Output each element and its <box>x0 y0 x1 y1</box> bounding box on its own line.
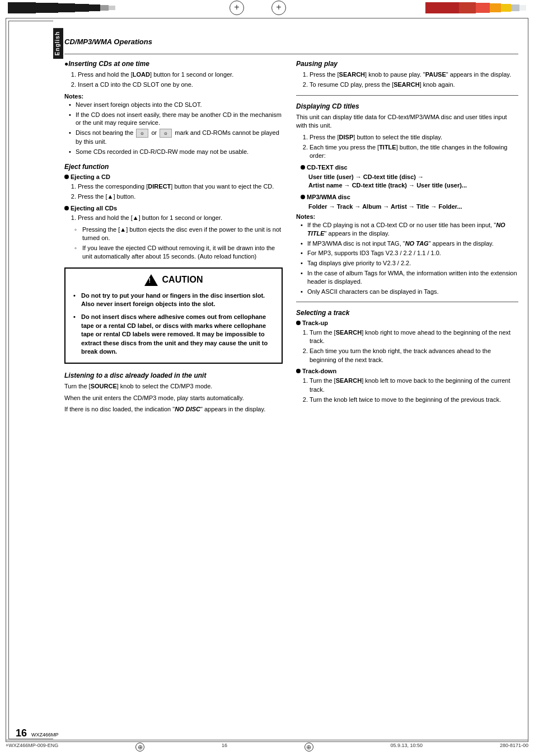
displaying-note-3: For MP3, supports ID3 Tags V2.3 / 2.2 / … <box>301 249 518 257</box>
track-down-step-2: Turn the knob left twice to move to the … <box>310 396 518 404</box>
inserting-note-1: Never insert foreign objects into the CD… <box>69 101 283 109</box>
displaying-steps: Press the [DISP] button to select the ti… <box>303 133 518 161</box>
mp3-disc-header: MP3/WMA disc <box>301 194 518 200</box>
ejecting-all-steps: Press and hold the [▲] button for 1 seco… <box>71 214 283 222</box>
inserting-section-title: ●Inserting CDs at one time <box>64 60 283 68</box>
mp3-order: Folder → Track → Album → Artist → Title … <box>308 203 518 211</box>
eject-section-title: Eject function <box>64 163 283 171</box>
cd-text-order: User title (user) → CD-text title (disc)… <box>308 173 518 190</box>
pausing-steps: Press the [SEARCH] knob to pause play. "… <box>303 71 518 90</box>
caution-item-1: Do not try to put your hand or fingers i… <box>73 292 274 309</box>
inserting-note-4: Some CDs recorded in CD-R/CD-RW mode may… <box>69 148 283 156</box>
selecting-section-title: Selecting a track <box>296 309 518 317</box>
ejecting-all-step-1: Press and hold the [▲] button for 1 seco… <box>78 214 283 222</box>
page-number-area: 16 WXZ466MP <box>16 727 59 739</box>
listening-para-3: If there is no disc loaded, the indicati… <box>64 405 283 414</box>
pausing-step-2: To resume CD play, press the [SEARCH] kn… <box>310 81 518 89</box>
displaying-note-5: In the case of album Tags for WMA, the i… <box>301 269 518 286</box>
page-number: 16 <box>16 727 27 739</box>
model-number: WXZ466MP <box>31 732 59 738</box>
track-up-step-1: Turn the [SEARCH] knob right to move ahe… <box>310 328 518 346</box>
caution-list: Do not try to put your hand or fingers i… <box>73 292 274 356</box>
footer-center-num: 16 <box>222 743 227 752</box>
crosshair-left <box>229 1 244 15</box>
bullet-dot-4 <box>301 195 305 199</box>
displaying-intro: This unit can display title data for CD-… <box>296 113 518 130</box>
bullet-dot <box>64 175 69 179</box>
ejecting-cd-header: Ejecting a CD <box>64 173 283 180</box>
footer-crosshair-right: ⊕ <box>305 743 313 752</box>
caution-triangle-icon <box>144 274 158 286</box>
displaying-section-title: Displaying CD titles <box>296 102 518 110</box>
ejecting-all-header: Ejecting all CDs <box>64 205 283 212</box>
displaying-note-1: If the CD playing is not a CD-text CD or… <box>301 221 518 238</box>
listening-para-1: Turn the [SOURCE] knob to select the CD/… <box>64 382 283 391</box>
ejecting-subnote-2: If you leave the ejected CD without remo… <box>74 244 283 261</box>
bullet-dot-6 <box>296 369 301 373</box>
bullet-dot-2 <box>64 206 69 210</box>
bullet-dot-5 <box>296 321 301 325</box>
top-bar <box>0 0 534 16</box>
top-bar-right <box>267 0 534 16</box>
inserting-note-3: Discs not bearing the ⊙ or ⊙ mark and CD… <box>69 129 283 146</box>
displaying-step-2: Each time you press the [TITLE] button, … <box>310 143 518 161</box>
displaying-notes-label: Notes: <box>296 213 518 220</box>
pausing-section-title: Pausing play <box>296 60 518 68</box>
ejecting-subnote-1: Pressing the [▲] button ejects the disc … <box>74 226 283 242</box>
cd-text-disc-header: CD-TEXT disc <box>301 164 518 171</box>
footer-date: 05.9.13, 10:50 <box>391 743 423 752</box>
ejecting-all-subnotes: Pressing the [▲] button ejects the disc … <box>74 226 283 260</box>
bullet-dot-3 <box>301 165 305 170</box>
track-up-step-2: Each time you turn the knob right, the t… <box>310 347 518 364</box>
left-column: ●Inserting CDs at one time Press and hol… <box>64 60 283 417</box>
displaying-notes: If the CD playing is not a CD-text CD or… <box>301 221 518 296</box>
displaying-note-2: If MP3/WMA disc is not input TAG, "NO TA… <box>301 240 518 248</box>
right-column: Pausing play Press the [SEARCH] knob to … <box>296 60 518 417</box>
top-bar-left <box>0 0 267 16</box>
track-up-header: Track-up <box>296 320 518 326</box>
inserting-steps: Press and hold the [LOAD] button for 1 s… <box>71 71 283 90</box>
footer-info: +WXZ466MP-009-ENG ⊕ 16 ⊕ 05.9.13, 10:50 … <box>6 743 528 752</box>
listening-section-title: Listening to a disc already loaded in th… <box>64 372 283 379</box>
page-title: CD/MP3/WMA Operations <box>64 37 518 46</box>
crosshair-right <box>271 1 286 15</box>
footer-part: 280-8171-00 <box>500 743 528 752</box>
inserting-notes: Never insert foreign objects into the CD… <box>69 101 283 156</box>
pausing-step-1: Press the [SEARCH] knob to pause play. "… <box>310 71 518 79</box>
disc-icon-1: ⊙ <box>136 129 148 138</box>
inserting-step-1: Press and hold the [LOAD] button for 1 s… <box>78 71 283 79</box>
ejecting-cd-step-1: Press the corresponding [DIRECT] button … <box>78 182 283 191</box>
caution-item-2: Do not insert discs where adhesive comes… <box>73 313 274 356</box>
caution-box: CAUTION Do not try to put your hand or f… <box>64 267 283 364</box>
ejecting-cd-step-2: Press the [▲] button. <box>78 192 283 201</box>
inserting-step-2: Insert a CD into the CD SLOT one by one. <box>78 81 283 89</box>
track-up-steps: Turn the [SEARCH] knob right to move ahe… <box>303 328 518 365</box>
displaying-note-6: Only ASCII characters can be displayed i… <box>301 288 518 296</box>
displaying-step-1: Press the [DISP] button to select the ti… <box>310 133 518 142</box>
footer-crosshair-left: ⊕ <box>135 743 144 752</box>
displaying-note-4: Tag displays give priority to V2.3 / 2.2… <box>301 259 518 267</box>
caution-header: CAUTION <box>73 274 274 286</box>
inserting-notes-label: Notes: <box>64 93 283 100</box>
listening-para-2: When the unit enters the CD/MP3 mode, pl… <box>64 394 283 402</box>
track-down-steps: Turn the [SEARCH] knob left to move back… <box>303 377 518 404</box>
track-down-header: Track-down <box>296 368 518 374</box>
disc-icon-2: ⊙ <box>160 129 172 138</box>
footer-line <box>6 740 528 740</box>
footer-left: +WXZ466MP-009-ENG <box>6 743 58 752</box>
ejecting-cd-steps: Press the corresponding [DIRECT] button … <box>71 182 283 201</box>
inserting-note-2: If the CD does not insert easily, there … <box>69 111 283 128</box>
track-down-step-1: Turn the [SEARCH] knob left to move back… <box>310 377 518 394</box>
